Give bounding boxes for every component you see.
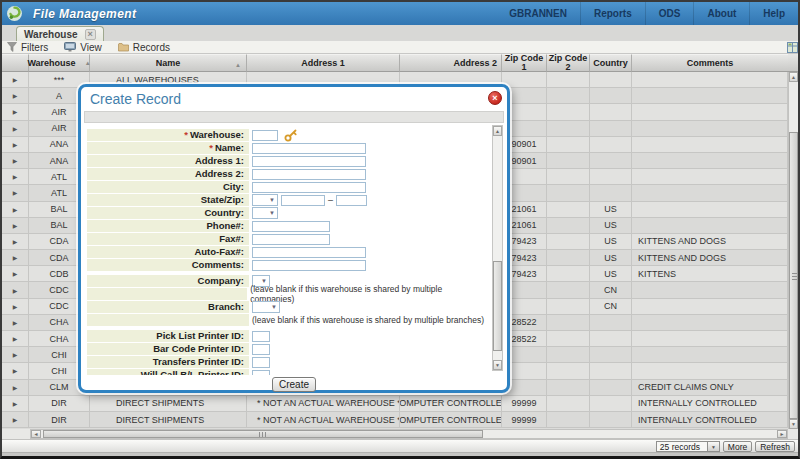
- cell-zip2: [547, 169, 590, 184]
- row-expander-icon[interactable]: ▶: [2, 121, 29, 136]
- bar-code-printer-input[interactable]: [252, 344, 270, 355]
- header-name[interactable]: Name ▲: [90, 54, 247, 72]
- row-expander-icon[interactable]: ▶: [2, 250, 29, 265]
- menu-item-ods[interactable]: ODS: [645, 2, 694, 25]
- name-input[interactable]: [252, 143, 366, 154]
- row-expander-icon[interactable]: ▶: [2, 218, 29, 233]
- table-row[interactable]: ▶DIRDIRECT SHIPMENTS* NOT AN ACTUAL WARE…: [2, 412, 788, 428]
- grid-settings-icon[interactable]: [787, 42, 798, 53]
- filter-funnel-icon: [7, 42, 17, 52]
- row-expander-icon[interactable]: ▶: [2, 299, 29, 314]
- fax-input[interactable]: [252, 234, 330, 245]
- row-expander-icon[interactable]: ▶: [2, 137, 29, 152]
- row-expander-icon[interactable]: ▶: [2, 315, 29, 330]
- cell-country: US: [590, 266, 632, 281]
- zip-plus4-input[interactable]: [336, 195, 367, 206]
- row-expander-icon[interactable]: ▶: [2, 412, 29, 427]
- dialog-scroll-down-icon[interactable]: ▼: [493, 360, 502, 370]
- cell-comments: [632, 363, 788, 378]
- state-select[interactable]: ▼: [252, 194, 278, 206]
- row-expander-icon[interactable]: ▶: [2, 72, 29, 87]
- row-expander-icon[interactable]: ▶: [2, 396, 29, 411]
- row-expander-icon[interactable]: ▶: [2, 363, 29, 378]
- top-bar: File Management GBRANNEN Reports ODS Abo…: [2, 2, 798, 26]
- cell-zip2: [547, 137, 590, 152]
- phone-input[interactable]: [252, 221, 330, 232]
- refresh-button[interactable]: Refresh: [755, 441, 795, 452]
- pick-list-printer-label: Pick List Printer ID:: [87, 330, 249, 342]
- vertical-scrollbar[interactable]: ▲ ▼: [788, 72, 798, 429]
- scroll-down-icon[interactable]: ▼: [789, 419, 798, 429]
- dialog-scroll-up-icon[interactable]: ▲: [493, 126, 502, 136]
- warehouse-input[interactable]: [252, 130, 278, 141]
- top-menu: GBRANNEN Reports ODS About Help: [496, 2, 798, 25]
- row-expander-icon[interactable]: ▶: [2, 282, 29, 297]
- menu-item-user[interactable]: GBRANNEN: [496, 2, 580, 25]
- menu-item-help[interactable]: Help: [749, 2, 798, 25]
- header-zip1[interactable]: Zip Code 1: [502, 54, 547, 72]
- branch-select[interactable]: ▼: [252, 301, 280, 313]
- transfers-printer-input[interactable]: [252, 357, 270, 368]
- header-country[interactable]: Country: [590, 54, 632, 72]
- menu-item-reports[interactable]: Reports: [580, 2, 645, 25]
- row-expander-icon[interactable]: ▶: [2, 104, 29, 119]
- row-expander-icon[interactable]: ▶: [2, 169, 29, 184]
- more-button[interactable]: More: [723, 441, 752, 452]
- header-warehouse[interactable]: Warehouse ▲: [29, 54, 90, 72]
- row-expander-icon[interactable]: ▶: [2, 202, 29, 217]
- row-expander-icon[interactable]: ▶: [2, 185, 29, 200]
- records-per-page-arrow-icon[interactable]: ▼: [708, 441, 720, 452]
- row-expander-icon[interactable]: ▶: [2, 380, 29, 395]
- filters-button[interactable]: Filters: [7, 42, 48, 53]
- address1-input[interactable]: [252, 156, 366, 167]
- cell-zip2: [547, 250, 590, 265]
- horizontal-scroll-thumb[interactable]: [43, 430, 483, 438]
- view-button[interactable]: View: [64, 42, 102, 53]
- header-zip2[interactable]: Zip Code 2: [547, 54, 590, 72]
- horizontal-scrollbar[interactable]: ◄ ►: [30, 429, 788, 439]
- table-row[interactable]: ▶DIRDIRECT SHIPMENTS* NOT AN ACTUAL WARE…: [2, 396, 788, 412]
- records-button[interactable]: Records: [118, 42, 170, 53]
- status-controls: 25 records ▼ More Refresh: [656, 441, 795, 452]
- cell-country: [590, 153, 632, 168]
- tab-close-icon[interactable]: ×: [85, 29, 96, 40]
- scroll-right-icon[interactable]: ►: [777, 430, 787, 438]
- records-per-page-value: 25 records: [656, 441, 708, 452]
- close-icon[interactable]: ×: [488, 91, 502, 105]
- scroll-up-icon[interactable]: ▲: [789, 72, 798, 82]
- auto-fax-input[interactable]: [252, 247, 366, 258]
- cell-comments: [632, 137, 788, 152]
- comments-input[interactable]: [252, 260, 366, 271]
- vertical-scroll-thumb[interactable]: [789, 132, 798, 419]
- tab-warehouse[interactable]: Warehouse ×: [16, 26, 104, 41]
- scroll-left-icon[interactable]: ◄: [31, 430, 41, 438]
- cell-zip1: 99999: [502, 396, 547, 411]
- dialog-scrollbar[interactable]: ▲ ▼: [492, 125, 503, 371]
- header-address1[interactable]: Address 1: [247, 54, 400, 72]
- cell-zip2: [547, 315, 590, 330]
- row-expander-icon[interactable]: ▶: [2, 266, 29, 281]
- header-address2[interactable]: Address 2: [400, 54, 502, 72]
- dialog-scroll-thumb[interactable]: [493, 261, 502, 351]
- row-expander-icon[interactable]: ▶: [2, 331, 29, 346]
- records-per-page-select[interactable]: 25 records ▼: [656, 441, 720, 452]
- row-expander-icon[interactable]: ▶: [2, 347, 29, 362]
- cell-address2: * COMPUTER CONTROLLED *: [400, 412, 502, 427]
- required-marker: *: [184, 129, 188, 140]
- key-lookup-icon[interactable]: [284, 129, 297, 142]
- create-button[interactable]: Create: [272, 377, 316, 392]
- cell-zip2: [547, 72, 590, 87]
- row-expander-icon[interactable]: ▶: [2, 153, 29, 168]
- header-comments[interactable]: Comments: [632, 54, 788, 72]
- zip-input[interactable]: [281, 195, 325, 206]
- city-input[interactable]: [252, 182, 366, 193]
- address2-input[interactable]: [252, 169, 366, 180]
- row-expander-icon[interactable]: ▶: [2, 88, 29, 103]
- menu-item-about[interactable]: About: [693, 2, 749, 25]
- auto-fax-label: Auto-Fax#:: [87, 246, 249, 258]
- address1-label: Address 1:: [87, 155, 249, 167]
- row-expander-icon[interactable]: ▶: [2, 234, 29, 249]
- cell-zip2: [547, 380, 590, 395]
- country-select[interactable]: ▼: [252, 207, 278, 219]
- pick-list-printer-input[interactable]: [252, 331, 270, 342]
